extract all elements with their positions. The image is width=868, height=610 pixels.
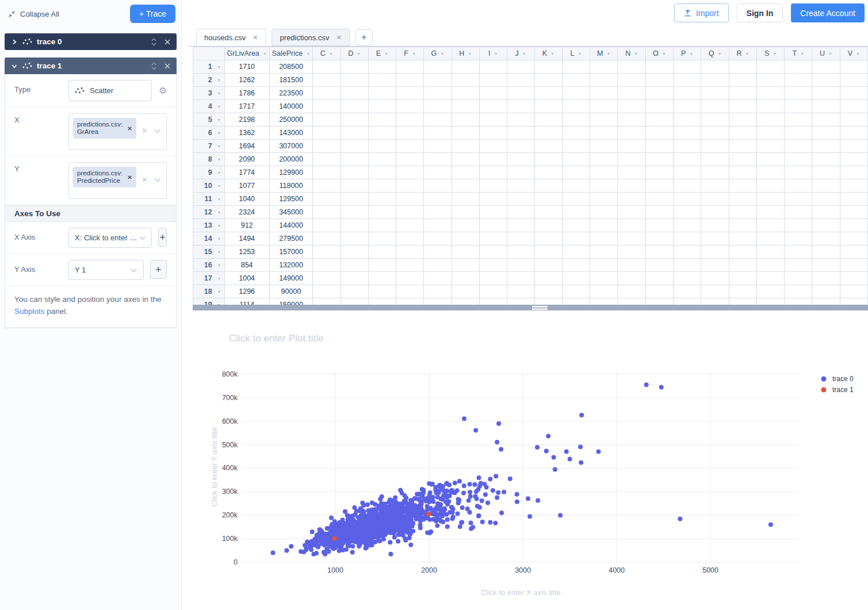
cell-R-row4[interactable] — [729, 100, 756, 113]
cell-H-row16[interactable] — [452, 259, 479, 272]
data-point[interactable] — [319, 529, 324, 534]
cell-K-row1[interactable] — [534, 60, 562, 74]
cell-G-row3[interactable] — [424, 87, 452, 100]
cell-K-row14[interactable] — [534, 232, 562, 245]
cell-K-row8[interactable] — [534, 153, 562, 166]
cell-L-row4[interactable] — [562, 100, 590, 113]
cell-F-row3[interactable] — [396, 87, 424, 100]
cell-SalePrice-row13[interactable]: 144000 — [269, 219, 312, 232]
cell-I-row3[interactable] — [479, 87, 507, 100]
data-point[interactable] — [428, 490, 433, 495]
data-point[interactable] — [435, 489, 440, 493]
cell-E-row1[interactable] — [368, 60, 396, 74]
cell-H-row14[interactable] — [452, 232, 479, 245]
cell-H-row7[interactable] — [452, 140, 479, 153]
cell-I-row16[interactable] — [479, 259, 507, 272]
tab-houseds-csv[interactable]: houseds.csv ✕ — [196, 29, 266, 46]
cell-Q-row18[interactable] — [701, 285, 729, 298]
cell-V-row18[interactable] — [840, 285, 867, 298]
cell-C-row17[interactable] — [313, 272, 341, 285]
cell-D-row8[interactable] — [341, 153, 368, 166]
row-header-18[interactable]: 18▼ — [193, 285, 225, 298]
data-point[interactable] — [488, 520, 492, 525]
data-point[interactable] — [502, 490, 506, 494]
data-point[interactable] — [473, 428, 478, 433]
data-point[interactable] — [362, 516, 366, 521]
cell-F-row1[interactable] — [396, 60, 424, 74]
cell-F-row2[interactable] — [396, 74, 424, 87]
cell-E-row14[interactable] — [368, 232, 396, 245]
data-point[interactable] — [553, 467, 557, 471]
cell-R-row7[interactable] — [729, 140, 756, 153]
cell-D-row17[interactable] — [341, 272, 368, 285]
data-point[interactable] — [357, 523, 361, 528]
row-header-19[interactable]: 19▼ — [193, 298, 225, 305]
data-point[interactable] — [350, 550, 355, 555]
cell-E-row15[interactable] — [368, 245, 396, 259]
cell-GrLivArea-row10[interactable]: 1077 — [224, 179, 269, 193]
column-header-P[interactable]: P▼ — [674, 47, 701, 60]
data-point[interactable] — [659, 385, 664, 389]
cell-H-row12[interactable] — [452, 206, 479, 219]
cell-E-row13[interactable] — [368, 219, 396, 232]
cell-K-row17[interactable] — [534, 272, 562, 285]
data-point[interactable] — [311, 552, 316, 557]
cell-D-row2[interactable] — [341, 74, 368, 87]
cell-T-row16[interactable] — [785, 259, 812, 272]
data-point[interactable] — [439, 509, 443, 514]
data-point[interactable] — [430, 496, 435, 500]
close-trace-icon[interactable] — [164, 39, 171, 45]
cell-E-row6[interactable] — [368, 126, 396, 140]
data-point[interactable] — [402, 493, 407, 498]
data-point[interactable] — [457, 479, 462, 484]
cell-K-row16[interactable] — [534, 259, 562, 272]
data-point[interactable] — [536, 498, 540, 502]
row-header-6[interactable]: 6▼ — [193, 126, 225, 140]
cell-J-row18[interactable] — [507, 285, 534, 298]
cell-L-row2[interactable] — [562, 74, 590, 87]
cell-P-row4[interactable] — [674, 100, 701, 113]
cell-GrLivArea-row9[interactable]: 1774 — [224, 166, 269, 179]
cell-GrLivArea-row19[interactable]: 1114 — [224, 298, 269, 305]
cell-C-row12[interactable] — [313, 206, 341, 219]
cell-P-row6[interactable] — [674, 126, 701, 140]
cell-GrLivArea-row2[interactable]: 1262 — [224, 74, 269, 87]
column-header-C[interactable]: C▼ — [313, 47, 341, 60]
scatter-plot[interactable]: 100020003000400050000100k200k300k400k500… — [188, 310, 868, 610]
cell-SalePrice-row12[interactable]: 345000 — [269, 206, 312, 219]
cell-S-row9[interactable] — [757, 166, 785, 179]
data-point[interactable] — [380, 514, 384, 519]
cell-GrLivArea-row5[interactable]: 2198 — [224, 113, 269, 126]
cell-Q-row1[interactable] — [701, 60, 729, 74]
cell-F-row15[interactable] — [396, 245, 424, 259]
data-point[interactable] — [475, 504, 480, 508]
cell-Q-row16[interactable] — [701, 259, 729, 272]
cell-S-row12[interactable] — [757, 206, 785, 219]
row-header-10[interactable]: 10▼ — [193, 179, 225, 193]
cell-SalePrice-row14[interactable]: 279500 — [269, 232, 312, 245]
cell-Q-row19[interactable] — [701, 298, 729, 305]
cell-K-row19[interactable] — [534, 298, 562, 305]
cell-T-row4[interactable] — [785, 100, 812, 113]
cell-N-row11[interactable] — [618, 193, 645, 206]
column-header-M[interactable]: M▼ — [590, 47, 618, 60]
cell-V-row17[interactable] — [840, 272, 867, 285]
cell-P-row18[interactable] — [674, 285, 701, 298]
cell-C-row16[interactable] — [313, 259, 341, 272]
legend-label-trace-0[interactable]: trace 0 — [832, 375, 854, 383]
cell-M-row19[interactable] — [590, 298, 618, 305]
trace-type-select[interactable]: Scatter — [68, 80, 152, 101]
data-point[interactable] — [390, 519, 395, 523]
data-point[interactable] — [480, 520, 485, 524]
cell-K-row15[interactable] — [534, 245, 562, 259]
data-point[interactable] — [466, 498, 471, 502]
gear-icon[interactable]: ⚙ — [159, 85, 167, 96]
cell-Q-row12[interactable] — [701, 206, 729, 219]
data-point[interactable] — [395, 501, 399, 506]
cell-O-row4[interactable] — [645, 100, 673, 113]
data-point[interactable] — [379, 508, 384, 513]
data-point[interactable] — [441, 484, 445, 489]
cell-R-row11[interactable] — [729, 193, 756, 206]
cell-SalePrice-row8[interactable]: 200000 — [269, 153, 312, 166]
cell-F-row16[interactable] — [396, 259, 424, 272]
